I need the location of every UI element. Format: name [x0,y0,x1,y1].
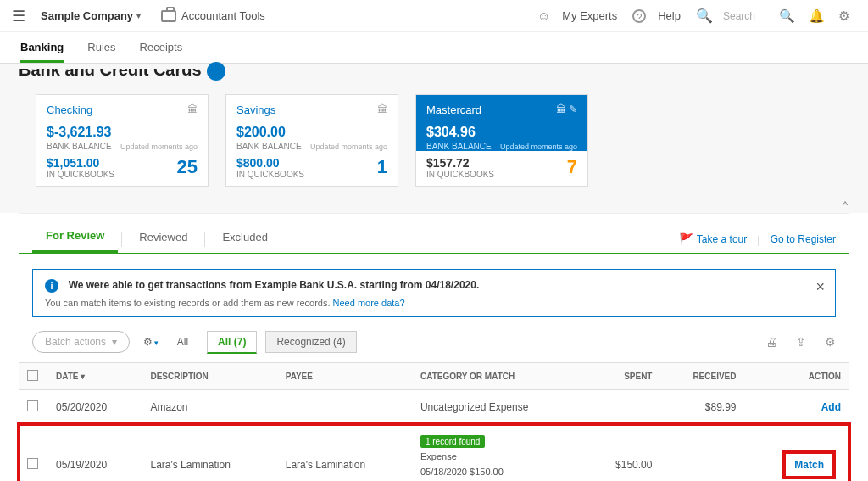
row-checkbox[interactable] [27,400,38,411]
row-checkbox[interactable] [27,458,38,469]
cell-description: Lara's Lamination [142,424,276,481]
cell-spent [586,389,660,424]
divider: | [757,233,760,246]
person-icon: ☺ [537,8,550,23]
col-description: DESCRIPTION [142,362,276,389]
close-icon[interactable]: × [815,278,825,296]
tour-icon: 🚩 [679,232,693,246]
batch-actions-button[interactable]: Batch actions ▾ [32,331,130,353]
bank-balance: $-3,621.93 [47,125,198,140]
take-tour-link[interactable]: Take a tour [697,233,747,245]
info-icon: i [45,279,58,293]
my-experts-link[interactable]: My Experts [562,9,617,22]
tab-for-review[interactable]: For Review [32,226,118,253]
bell-icon[interactable]: 🔔 [809,8,825,24]
match-detail-date-amt: 05/18/2020 $150.00 [420,466,577,478]
divider [121,232,122,247]
briefcase-icon[interactable] [161,10,176,22]
info-banner: i We were able to get transactions from … [32,269,836,317]
account-card-savings[interactable]: Savings 🏛 $200.00 BANK BALANCEUpdated mo… [225,94,398,187]
print-icon[interactable]: 🖨 [765,335,777,349]
match-detail-type: Expense [420,450,577,463]
tab-excluded[interactable]: Excluded [209,227,281,252]
qb-balance-label: IN QUICKBOOKS [426,170,577,179]
cell-received [660,424,744,481]
account-card-mastercard[interactable]: Mastercard 🏛 ✎ $304.96 BANK BALANCEUpdat… [415,94,588,187]
menu-icon[interactable]: ☰ [12,7,25,25]
updated-label: Updated moments ago [500,143,577,151]
filter-all[interactable]: All [167,332,198,352]
tab-receipts[interactable]: Receipts [140,41,183,63]
cell-date: 05/20/2020 [47,389,142,424]
tab-reviewed[interactable]: Reviewed [125,227,201,252]
record-found-badge: 1 record found [420,435,486,448]
search-icon-right[interactable]: 🔍 [779,8,795,24]
cell-payee: Lara's Lamination [277,424,412,481]
transactions-table: DATE ▾ DESCRIPTION PAYEE CATEGORY OR MAT… [19,362,849,481]
filter-icon[interactable]: ⚙▾ [143,336,159,348]
qb-balance: $1,051.00 [47,156,198,170]
help-icon[interactable]: ? [632,9,646,23]
bank-balance-label: BANK BALANCE [236,142,302,151]
qb-balance: $800.00 [236,156,387,170]
table-settings-icon[interactable]: ⚙ [825,335,836,349]
bank-icon: 🏛 [377,103,387,115]
cell-spent: $150.00 [586,424,660,481]
qb-balance: $157.72 [426,156,577,170]
filter-recognized[interactable]: Recognized (4) [265,331,356,353]
cell-date: 05/19/2020 [47,424,142,481]
need-more-data-link[interactable]: Need more data? [333,298,405,308]
account-name: Savings [236,103,275,116]
company-name[interactable]: Sample Company [41,9,133,22]
search-placeholder[interactable]: Search [723,10,755,22]
status-dot-icon [207,62,225,81]
divider [204,232,205,247]
col-date[interactable]: DATE ▾ [47,362,142,389]
account-name: Checking [47,103,92,116]
page-title: Bank and Credit Cards [19,60,202,80]
updated-label: Updated moments ago [310,143,387,151]
cell-description: Amazon [142,389,276,424]
account-name: Mastercard [426,103,481,116]
cell-received: $89.99 [660,389,744,424]
banner-subtext: You can match items to existing records … [45,298,333,308]
accountant-tools-link[interactable]: Accountant Tools [181,9,265,22]
account-count: 7 [567,156,577,178]
account-card-checking[interactable]: Checking 🏛 $-3,621.93 BANK BALANCEUpdate… [36,94,209,187]
help-link[interactable]: Help [658,9,681,22]
account-count: 25 [177,156,198,178]
match-button[interactable]: Match [794,459,824,471]
tab-rules[interactable]: Rules [87,41,115,63]
col-category: CATEGORY OR MATCH [412,362,586,389]
table-row-highlighted[interactable]: 05/19/2020 Lara's Lamination Lara's Lami… [19,424,849,481]
banner-message: We were able to get transactions from Ex… [69,279,480,291]
col-action: ACTION [745,362,850,389]
filter-all-count[interactable]: All (7) [207,331,257,354]
bank-balance-label: BANK BALANCE [47,142,112,151]
bank-balance: $304.96 [426,125,577,140]
col-payee: PAYEE [277,362,412,389]
add-button[interactable]: Add [821,401,841,413]
table-row[interactable]: 05/20/2020 Amazon Uncategorized Expense … [19,389,849,424]
export-icon[interactable]: ⇪ [796,335,806,349]
select-all-checkbox[interactable] [27,370,38,381]
match-button-highlight: Match [782,450,836,479]
cell-category: Uncategorized Expense [412,389,586,424]
gear-icon[interactable]: ⚙ [838,8,849,24]
bank-icon: 🏛 [187,103,198,115]
bank-balance-label: BANK BALANCE [426,142,492,151]
col-spent: SPENT [586,362,660,389]
tab-banking[interactable]: Banking [20,41,64,63]
updated-label: Updated moments ago [120,143,198,151]
company-caret-icon[interactable]: ▾ [136,11,141,20]
bank-balance: $200.00 [236,125,387,140]
cell-category-match: 1 record found Expense 05/18/2020 $150.0… [412,424,586,481]
cell-payee [277,389,412,424]
account-count: 1 [377,156,387,178]
col-received: RECEIVED [660,362,744,389]
collapse-caret-icon[interactable]: ^ [843,199,848,211]
bank-icon: 🏛 ✎ [556,103,577,115]
search-icon-left[interactable]: 🔍 [696,8,713,24]
qb-balance-label: IN QUICKBOOKS [47,170,198,179]
go-to-register-link[interactable]: Go to Register [771,233,836,245]
